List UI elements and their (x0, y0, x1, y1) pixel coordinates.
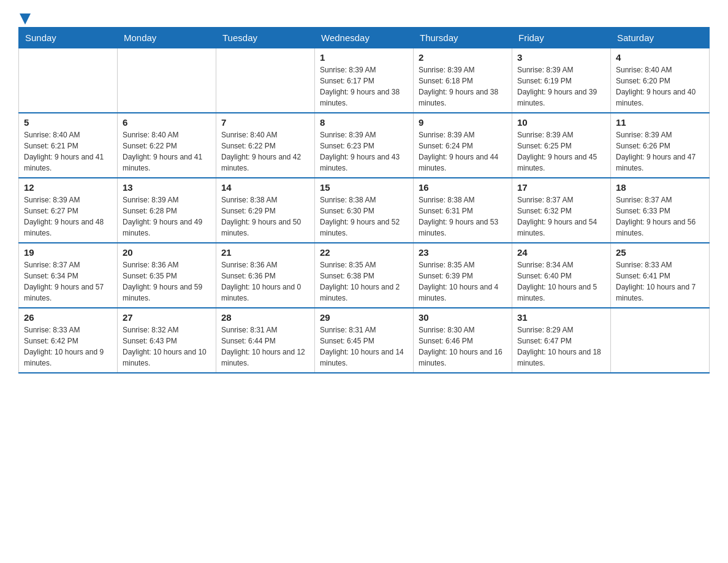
calendar-week-row: 5Sunrise: 8:40 AMSunset: 6:21 PMDaylight… (19, 113, 710, 178)
day-info: Sunrise: 8:32 AMSunset: 6:43 PMDaylight:… (123, 324, 211, 369)
calendar-cell: 11Sunrise: 8:39 AMSunset: 6:26 PMDayligh… (611, 113, 710, 178)
calendar-cell: 21Sunrise: 8:36 AMSunset: 6:36 PMDayligh… (216, 243, 315, 308)
day-number: 9 (419, 117, 507, 128)
calendar-cell: 13Sunrise: 8:39 AMSunset: 6:28 PMDayligh… (118, 178, 216, 243)
day-info: Sunrise: 8:35 AMSunset: 6:38 PMDaylight:… (320, 259, 408, 304)
calendar-week-row: 26Sunrise: 8:33 AMSunset: 6:42 PMDayligh… (19, 308, 710, 373)
day-number: 8 (320, 117, 408, 128)
day-info: Sunrise: 8:39 AMSunset: 6:17 PMDaylight:… (320, 64, 408, 109)
day-number: 10 (517, 117, 605, 128)
weekday-header-wednesday: Wednesday (315, 28, 414, 48)
weekday-header-saturday: Saturday (611, 28, 710, 48)
calendar-cell: 4Sunrise: 8:40 AMSunset: 6:20 PMDaylight… (611, 48, 710, 113)
day-info: Sunrise: 8:39 AMSunset: 6:18 PMDaylight:… (419, 64, 507, 109)
day-number: 28 (221, 312, 309, 323)
calendar-cell (216, 48, 315, 113)
day-info: Sunrise: 8:40 AMSunset: 6:22 PMDaylight:… (221, 129, 309, 174)
calendar-cell: 27Sunrise: 8:32 AMSunset: 6:43 PMDayligh… (118, 308, 216, 373)
day-number: 30 (419, 312, 507, 323)
day-number: 19 (24, 247, 112, 258)
day-number: 3 (517, 52, 605, 63)
calendar-week-row: 12Sunrise: 8:39 AMSunset: 6:27 PMDayligh… (19, 178, 710, 243)
day-number: 26 (24, 312, 112, 323)
calendar-cell: 2Sunrise: 8:39 AMSunset: 6:18 PMDaylight… (414, 48, 512, 113)
calendar-cell: 22Sunrise: 8:35 AMSunset: 6:38 PMDayligh… (315, 243, 414, 308)
day-number: 21 (221, 247, 309, 258)
logo-triangle-icon (20, 13, 31, 25)
calendar-cell: 30Sunrise: 8:30 AMSunset: 6:46 PMDayligh… (414, 308, 512, 373)
day-info: Sunrise: 8:39 AMSunset: 6:28 PMDaylight:… (123, 194, 211, 239)
day-number: 18 (616, 182, 704, 193)
day-number: 15 (320, 182, 408, 193)
day-info: Sunrise: 8:31 AMSunset: 6:44 PMDaylight:… (221, 324, 309, 369)
day-info: Sunrise: 8:35 AMSunset: 6:39 PMDaylight:… (419, 259, 507, 304)
day-info: Sunrise: 8:40 AMSunset: 6:22 PMDaylight:… (123, 129, 211, 174)
calendar-cell: 24Sunrise: 8:34 AMSunset: 6:40 PMDayligh… (512, 243, 611, 308)
calendar-cell: 28Sunrise: 8:31 AMSunset: 6:44 PMDayligh… (216, 308, 315, 373)
day-info: Sunrise: 8:39 AMSunset: 6:25 PMDaylight:… (517, 129, 605, 174)
calendar-cell: 16Sunrise: 8:38 AMSunset: 6:31 PMDayligh… (414, 178, 512, 243)
calendar-cell: 14Sunrise: 8:38 AMSunset: 6:29 PMDayligh… (216, 178, 315, 243)
weekday-header-sunday: Sunday (19, 28, 118, 48)
calendar-cell: 8Sunrise: 8:39 AMSunset: 6:23 PMDaylight… (315, 113, 414, 178)
calendar-cell: 31Sunrise: 8:29 AMSunset: 6:47 PMDayligh… (512, 308, 611, 373)
day-info: Sunrise: 8:31 AMSunset: 6:45 PMDaylight:… (320, 324, 408, 369)
day-number: 27 (123, 312, 211, 323)
calendar-cell: 7Sunrise: 8:40 AMSunset: 6:22 PMDaylight… (216, 113, 315, 178)
day-info: Sunrise: 8:36 AMSunset: 6:35 PMDaylight:… (123, 259, 211, 304)
calendar-cell: 3Sunrise: 8:39 AMSunset: 6:19 PMDaylight… (512, 48, 611, 113)
calendar-week-row: 19Sunrise: 8:37 AMSunset: 6:34 PMDayligh… (19, 243, 710, 308)
day-info: Sunrise: 8:30 AMSunset: 6:46 PMDaylight:… (419, 324, 507, 369)
calendar-cell: 25Sunrise: 8:33 AMSunset: 6:41 PMDayligh… (611, 243, 710, 308)
day-number: 13 (123, 182, 211, 193)
calendar-cell (118, 48, 216, 113)
day-info: Sunrise: 8:37 AMSunset: 6:33 PMDaylight:… (616, 194, 704, 239)
day-number: 24 (517, 247, 605, 258)
day-number: 17 (517, 182, 605, 193)
day-number: 14 (221, 182, 309, 193)
calendar-cell: 6Sunrise: 8:40 AMSunset: 6:22 PMDaylight… (118, 113, 216, 178)
calendar-table: SundayMondayTuesdayWednesdayThursdayFrid… (18, 27, 710, 373)
day-info: Sunrise: 8:37 AMSunset: 6:34 PMDaylight:… (24, 259, 112, 304)
weekday-header-row: SundayMondayTuesdayWednesdayThursdayFrid… (19, 28, 710, 48)
calendar-cell: 20Sunrise: 8:36 AMSunset: 6:35 PMDayligh… (118, 243, 216, 308)
calendar-cell: 18Sunrise: 8:37 AMSunset: 6:33 PMDayligh… (611, 178, 710, 243)
day-info: Sunrise: 8:39 AMSunset: 6:23 PMDaylight:… (320, 129, 408, 174)
day-info: Sunrise: 8:37 AMSunset: 6:32 PMDaylight:… (517, 194, 605, 239)
day-number: 16 (419, 182, 507, 193)
calendar-cell: 9Sunrise: 8:39 AMSunset: 6:24 PMDaylight… (414, 113, 512, 178)
weekday-header-tuesday: Tuesday (216, 28, 315, 48)
calendar-cell: 17Sunrise: 8:37 AMSunset: 6:32 PMDayligh… (512, 178, 611, 243)
day-info: Sunrise: 8:29 AMSunset: 6:47 PMDaylight:… (517, 324, 605, 369)
day-number: 12 (24, 182, 112, 193)
calendar-cell (19, 48, 118, 113)
day-info: Sunrise: 8:38 AMSunset: 6:29 PMDaylight:… (221, 194, 309, 239)
day-number: 23 (419, 247, 507, 258)
weekday-header-thursday: Thursday (414, 28, 512, 48)
day-info: Sunrise: 8:39 AMSunset: 6:27 PMDaylight:… (24, 194, 112, 239)
calendar-cell: 26Sunrise: 8:33 AMSunset: 6:42 PMDayligh… (19, 308, 118, 373)
day-info: Sunrise: 8:40 AMSunset: 6:21 PMDaylight:… (24, 129, 112, 174)
calendar-week-row: 1Sunrise: 8:39 AMSunset: 6:17 PMDaylight… (19, 48, 710, 113)
day-number: 11 (616, 117, 704, 128)
day-info: Sunrise: 8:33 AMSunset: 6:42 PMDaylight:… (24, 324, 112, 369)
calendar-cell (611, 308, 710, 373)
day-info: Sunrise: 8:39 AMSunset: 6:26 PMDaylight:… (616, 129, 704, 174)
calendar-cell: 10Sunrise: 8:39 AMSunset: 6:25 PMDayligh… (512, 113, 611, 178)
day-number: 31 (517, 312, 605, 323)
calendar-cell: 23Sunrise: 8:35 AMSunset: 6:39 PMDayligh… (414, 243, 512, 308)
day-info: Sunrise: 8:39 AMSunset: 6:19 PMDaylight:… (517, 64, 605, 109)
day-number: 25 (616, 247, 704, 258)
day-info: Sunrise: 8:38 AMSunset: 6:30 PMDaylight:… (320, 194, 408, 239)
day-number: 20 (123, 247, 211, 258)
calendar-cell: 29Sunrise: 8:31 AMSunset: 6:45 PMDayligh… (315, 308, 414, 373)
day-number: 6 (123, 117, 211, 128)
day-number: 4 (616, 52, 704, 63)
weekday-header-monday: Monday (118, 28, 216, 48)
calendar-cell: 12Sunrise: 8:39 AMSunset: 6:27 PMDayligh… (19, 178, 118, 243)
day-number: 5 (24, 117, 112, 128)
page-header (18, 12, 710, 21)
day-info: Sunrise: 8:36 AMSunset: 6:36 PMDaylight:… (221, 259, 309, 304)
calendar-cell: 15Sunrise: 8:38 AMSunset: 6:30 PMDayligh… (315, 178, 414, 243)
day-number: 22 (320, 247, 408, 258)
